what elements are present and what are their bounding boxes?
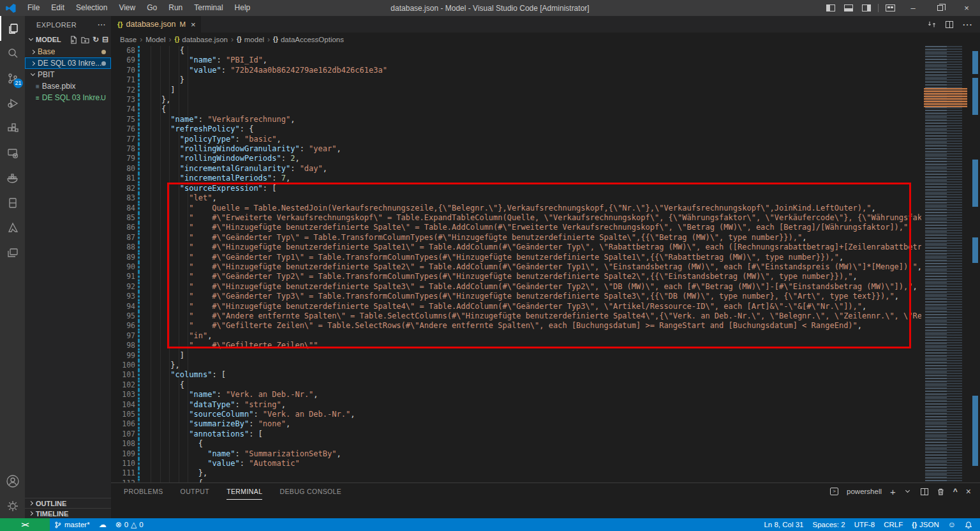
cursor-position-item[interactable]: Ln 8, Col 31	[759, 518, 808, 531]
search-icon[interactable]	[0, 41, 25, 66]
panel-tab-terminal[interactable]: TERMINAL	[226, 483, 262, 500]
tree-item-de-sql-03-inkre-[interactable]: DE SQL 03 Inkre...	[25, 57, 111, 69]
tab-close-icon[interactable]: ×	[191, 20, 196, 29]
feedback-item[interactable]: ☺	[944, 518, 960, 531]
code-line-104[interactable]: 104 "dataType": "string",	[111, 400, 921, 410]
remote-indicator[interactable]: ><	[0, 518, 50, 531]
code-line-94[interactable]: 94 " #\"Hinzugefügte benutzerdefinierte …	[111, 302, 921, 311]
kill-terminal-icon[interactable]	[937, 488, 945, 496]
toggle-secondary-sidebar-icon[interactable]	[862, 4, 871, 11]
menu-view[interactable]: View	[113, 0, 141, 16]
overview-ruler[interactable]	[971, 46, 980, 482]
code-line-75[interactable]: 75 "name": "Verkaufsrechnung",	[111, 115, 921, 124]
breadcrumb-item-model[interactable]: {}model	[237, 36, 264, 43]
indentation-item[interactable]: Spaces: 2	[808, 518, 849, 531]
code-line-82[interactable]: 82 "sourceExpression": [	[111, 184, 921, 193]
code-line-78[interactable]: 78 "rollingWindowGranularity": "year",	[111, 144, 921, 154]
explorer-icon[interactable]	[0, 16, 25, 41]
code-line-68[interactable]: 68 {	[111, 46, 921, 56]
storage-icon[interactable]	[0, 190, 25, 215]
tree-item-pbit[interactable]: PBIT	[25, 69, 111, 80]
menu-terminal[interactable]: Terminal	[188, 0, 228, 16]
git-branch-item[interactable]: master*	[50, 518, 94, 531]
close-panel-icon[interactable]: ×	[966, 486, 971, 497]
customize-layout-icon[interactable]	[886, 4, 895, 11]
code-line-85[interactable]: 85 " #\"Erweiterte Verkaufsrechnungskopf…	[111, 213, 921, 223]
notifications-item[interactable]	[960, 518, 980, 531]
panel-tab-output[interactable]: OUTPUT	[181, 483, 210, 500]
maximize-panel-icon[interactable]: ^	[953, 487, 958, 496]
code-line-107[interactable]: 107 "annotations": [	[111, 430, 921, 439]
minimize-button[interactable]: –	[900, 0, 926, 16]
tree-item-de-sql-03-inkre-[interactable]: ≡DE SQL 03 Inkre...U	[25, 92, 111, 103]
collapse-all-icon[interactable]: ⊟	[102, 35, 108, 44]
tree-item-base-pbix[interactable]: ≡Base.pbix	[25, 80, 111, 92]
source-control-icon[interactable]: 21	[0, 66, 25, 91]
toggle-sidebar-icon[interactable]	[826, 4, 835, 11]
menu-edit[interactable]: Edit	[45, 0, 70, 16]
code-line-84[interactable]: 84 " Quelle = Table.NestedJoin(Verkaufsr…	[111, 204, 921, 213]
menu-go[interactable]: Go	[141, 0, 163, 16]
code-line-92[interactable]: 92 " #\"Hinzugefügte benutzerdefinierte …	[111, 282, 921, 292]
code-line-70[interactable]: 70 "value": "72b24aa0b8624279ae162db426c…	[111, 66, 921, 75]
extensions-icon[interactable]	[0, 116, 25, 140]
code-line-109[interactable]: 109 "name": "SummarizationSetBy",	[111, 449, 921, 459]
terminal-shell-label[interactable]: powershell	[847, 488, 882, 495]
code-line-91[interactable]: 91 " #\"Geänderter Typ2\" = Table.Transf…	[111, 272, 921, 281]
code-area[interactable]: 68 {69 "name": "PBI_Id",70 "value": "72b…	[111, 46, 921, 482]
code-line-95[interactable]: 95 " #\"Andere entfernte Spalten\" = Tab…	[111, 311, 921, 321]
code-line-90[interactable]: 90 " #\"Hinzugefügte benutzerdefinierte …	[111, 262, 921, 272]
code-line-80[interactable]: 80 "incrementalGranularity": "day",	[111, 164, 921, 174]
tree-item-base[interactable]: Base	[25, 46, 111, 57]
encoding-item[interactable]: UTF-8	[850, 518, 880, 531]
refresh-icon[interactable]: ↻	[93, 35, 99, 44]
settings-gear-icon[interactable]	[0, 493, 25, 518]
code-line-76[interactable]: 76 "refreshPolicy": {	[111, 124, 921, 134]
code-line-93[interactable]: 93 " #\"Geänderter Typ3\" = Table.Transf…	[111, 292, 921, 301]
timeline-section[interactable]: TIMELINE	[25, 508, 111, 518]
terminal-dropdown-icon[interactable]	[905, 488, 910, 493]
new-file-icon[interactable]	[70, 36, 78, 44]
code-line-106[interactable]: 106 "summarizeBy": "none",	[111, 419, 921, 429]
sync-changes-item[interactable]: ☁	[94, 518, 111, 531]
restore-button[interactable]	[926, 0, 953, 16]
breadcrumb-item-model[interactable]: Model	[145, 36, 165, 43]
open-changes-icon[interactable]	[927, 20, 937, 29]
menu-run[interactable]: Run	[163, 0, 188, 16]
menu-help[interactable]: Help	[229, 0, 256, 16]
code-line-89[interactable]: 89 " #\"Geänderter Typ1\" = Table.Transf…	[111, 253, 921, 262]
problems-item[interactable]: ⊗ 0 △ 0	[111, 518, 148, 531]
code-line-74[interactable]: 74 {	[111, 105, 921, 114]
outline-section[interactable]: OUTLINE	[25, 498, 111, 508]
breadcrumb-item-dataaccessoptions[interactable]: {}dataAccessOptions	[273, 36, 344, 43]
code-line-86[interactable]: 86 " #\"Hinzugefügte benutzerdefinierte …	[111, 223, 921, 232]
new-terminal-icon[interactable]: +	[890, 486, 896, 497]
eol-item[interactable]: CRLF	[879, 518, 907, 531]
editor-more-actions-icon[interactable]: ⋯	[962, 19, 972, 31]
code-line-77[interactable]: 77 "policyType": "basic",	[111, 135, 921, 144]
code-line-97[interactable]: 97 "in",	[111, 331, 921, 341]
breadcrumb-item-base[interactable]: Base	[120, 36, 137, 43]
run-debug-icon[interactable]	[0, 91, 25, 116]
code-line-87[interactable]: 87 " #\"Geänderter Typ\" = Table.Transfo…	[111, 233, 921, 243]
azure-icon[interactable]	[0, 215, 25, 240]
explorer-more-icon[interactable]: ⋯	[98, 20, 106, 29]
code-line-81[interactable]: 81 "incrementalPeriods": 7,	[111, 174, 921, 183]
model-section-header[interactable]: MODEL ↻ ⊟	[25, 33, 111, 46]
breadcrumb-item-database-json[interactable]: {}database.json	[175, 36, 228, 43]
code-line-72[interactable]: 72 ]	[111, 86, 921, 95]
close-window-button[interactable]: ×	[953, 0, 980, 16]
docker-icon[interactable]	[0, 165, 25, 190]
code-line-79[interactable]: 79 "rollingWindowPeriods": 2,	[111, 154, 921, 163]
panel-tab-problems[interactable]: PROBLEMS	[124, 483, 163, 500]
toggle-panel-icon[interactable]	[844, 4, 853, 11]
menu-file[interactable]: File	[22, 0, 45, 16]
code-line-100[interactable]: 100 },	[111, 361, 921, 370]
code-line-88[interactable]: 88 " #\"Hinzugefügte benutzerdefinierte …	[111, 243, 921, 252]
remote-explorer-icon[interactable]	[0, 140, 25, 165]
menu-selection[interactable]: Selection	[70, 0, 113, 16]
code-line-73[interactable]: 73 },	[111, 95, 921, 105]
code-line-105[interactable]: 105 "sourceColumn": "Verk. an Deb.-Nr.",	[111, 410, 921, 419]
code-line-83[interactable]: 83 "let",	[111, 193, 921, 203]
code-line-96[interactable]: 96 " #\"Gefilterte Zeilen\" = Table.Sele…	[111, 321, 921, 331]
